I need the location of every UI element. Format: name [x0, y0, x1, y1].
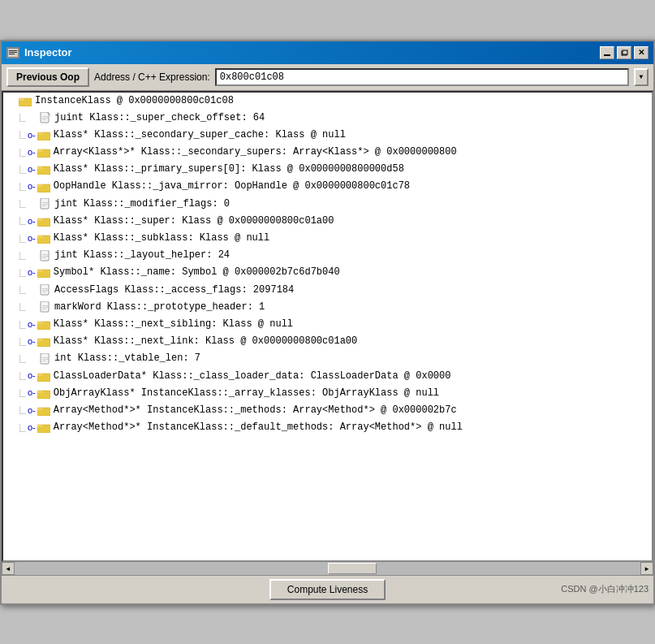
folder-icon: [37, 182, 50, 192]
tree-connector: [19, 355, 26, 363]
tree-row[interactable]: InstanceKlass @ 0x0000000800c01c08: [3, 93, 652, 110]
folder-icon: [37, 164, 50, 175]
item-text: jint Klass::_layout_helper: 24: [54, 248, 230, 263]
svg-rect-15: [37, 132, 43, 135]
expand-o-icon: o-: [28, 386, 36, 400]
tree-connector: [19, 372, 26, 380]
item-text: Symbol* Klass::_name: Symbol @ 0x000002b…: [54, 265, 340, 280]
prev-oop-button[interactable]: Previous Oop: [6, 67, 89, 87]
tree-connector: [19, 166, 26, 174]
tree-row[interactable]: o- Klass* Klass::_subklass: Klass @ null: [3, 230, 652, 247]
expand-placeholder: [28, 302, 37, 312]
tree-connector: [19, 269, 26, 277]
folder-icon: [37, 147, 50, 158]
tree-connector: [19, 200, 26, 208]
item-text: ClassLoaderData* Klass::_class_loader_da…: [54, 369, 451, 384]
folder-icon: [37, 216, 50, 227]
inspector-icon: [6, 47, 19, 58]
restore-button[interactable]: [617, 46, 631, 59]
expand-o-icon: o-: [28, 318, 36, 332]
tree-connector: [19, 149, 26, 157]
tree-row[interactable]: o- Klass* Klass::_next_link: Klass @ 0x0…: [3, 333, 652, 350]
tree-row[interactable]: o- Klass* Klass::_super: Klass @ 0x00000…: [3, 213, 652, 230]
svg-rect-32: [42, 256, 48, 257]
compute-liveness-button[interactable]: Compute Liveness: [269, 579, 386, 600]
tree-row[interactable]: o- Klass* Klass::_primary_supers[0]: Kla…: [3, 161, 652, 178]
item-text: Klass* Klass::_primary_supers[0]: Klass …: [54, 162, 404, 177]
folder-icon: [37, 233, 50, 244]
svg-rect-24: [42, 204, 48, 205]
expand-o-icon: o-: [28, 231, 36, 246]
item-text: juint Klass::_super_check_offset: 64: [54, 110, 265, 126]
tree-row[interactable]: o- Klass* Klass::_next_sibling: Klass @ …: [3, 316, 652, 333]
svg-rect-35: [37, 270, 43, 272]
minimize-button[interactable]: [600, 46, 614, 59]
svg-rect-27: [37, 218, 43, 221]
tree-row[interactable]: jint Klass::_modifier_flags: 0: [3, 196, 652, 213]
bottom-bar: Compute Liveness CSDN @小白冲冲123: [2, 575, 653, 603]
title-bar: Inspector ✕: [2, 41, 653, 64]
svg-rect-38: [42, 290, 48, 291]
svg-rect-59: [37, 425, 43, 427]
svg-rect-23: [42, 202, 48, 203]
tree-row[interactable]: markWord Klass::_prototype_header: 1: [3, 299, 652, 316]
tree-row[interactable]: AccessFlags Klass::_access_flags: 209718…: [3, 282, 652, 299]
title-bar-left: Inspector: [6, 46, 72, 58]
svg-rect-10: [41, 112, 49, 123]
svg-rect-9: [19, 98, 24, 101]
svg-rect-3: [9, 52, 17, 53]
horizontal-scrollbar[interactable]: ◄ ►: [2, 562, 653, 575]
svg-rect-45: [37, 322, 43, 324]
svg-rect-49: [42, 357, 48, 358]
folder-icon: [37, 130, 50, 140]
tree-row[interactable]: o- Array<Klass*>* Klass::_secondary_supe…: [3, 144, 652, 161]
scroll-thumb[interactable]: [328, 563, 377, 574]
tree-row[interactable]: jint Klass::_layout_helper: 24: [3, 247, 652, 264]
bottom-right: CSDN @小白冲冲123: [386, 583, 649, 595]
expand-placeholder: [28, 251, 37, 261]
tree-row[interactable]: o- Symbol* Klass::_name: Symbol @ 0x0000…: [3, 264, 652, 281]
tree-row[interactable]: int Klass::_vtable_len: 7: [3, 350, 652, 367]
svg-rect-5: [604, 54, 610, 56]
file-icon: [40, 250, 51, 261]
tree-row[interactable]: juint Klass::_super_check_offset: 64: [3, 110, 652, 127]
tree-connector: [19, 406, 26, 414]
svg-rect-51: [42, 361, 46, 361]
tree-row[interactable]: o- Klass* Klass::_secondary_super_cache:…: [3, 127, 652, 144]
svg-rect-17: [37, 149, 43, 152]
close-button[interactable]: ✕: [634, 46, 649, 59]
tree-connector: [19, 424, 26, 432]
item-text: Klass* Klass::_next_link: Klass @ 0x0000…: [54, 334, 357, 349]
scroll-track[interactable]: [15, 562, 640, 575]
svg-rect-57: [37, 408, 43, 410]
tree-connector: [19, 114, 26, 122]
svg-rect-53: [37, 374, 43, 376]
svg-rect-39: [42, 292, 46, 292]
file-icon: [40, 301, 51, 313]
tree-row[interactable]: o- ClassLoaderData* Klass::_class_loader…: [3, 368, 652, 385]
tree-row[interactable]: o- Array<Method*>* InstanceKlass::_defau…: [3, 419, 652, 436]
folder-icon: [37, 388, 50, 399]
scroll-left-button[interactable]: ◄: [2, 562, 15, 575]
expand-placeholder: [28, 113, 37, 123]
tree-row[interactable]: o- ObjArrayKlass* InstanceKlass::_array_…: [3, 385, 652, 402]
folder-icon: [37, 267, 50, 278]
tree-panel[interactable]: InstanceKlass @ 0x0000000800c01c08 juint…: [2, 91, 653, 562]
tree-row[interactable]: o- OopHandle Klass::_java_mirror: OopHan…: [3, 178, 652, 195]
expand-o-icon: o-: [28, 266, 36, 280]
folder-icon: [37, 422, 50, 433]
window-title: Inspector: [24, 46, 72, 58]
expand-o-icon: o-: [28, 128, 36, 143]
item-text: Klass* Klass::_subklass: Klass @ null: [54, 231, 269, 246]
svg-rect-21: [37, 184, 43, 187]
expand-o-icon: o-: [28, 162, 36, 177]
svg-rect-42: [42, 307, 48, 308]
folder-icon: [37, 405, 50, 416]
scroll-right-button[interactable]: ►: [640, 562, 653, 575]
svg-rect-31: [42, 254, 48, 255]
toolbar: Previous Oop Address / C++ Expression: ▼: [2, 64, 653, 91]
address-input[interactable]: [215, 68, 629, 86]
tree-row[interactable]: o- Array<Method*>* InstanceKlass::_metho…: [3, 402, 652, 419]
dropdown-arrow-button[interactable]: ▼: [634, 68, 649, 86]
svg-rect-40: [41, 301, 49, 312]
